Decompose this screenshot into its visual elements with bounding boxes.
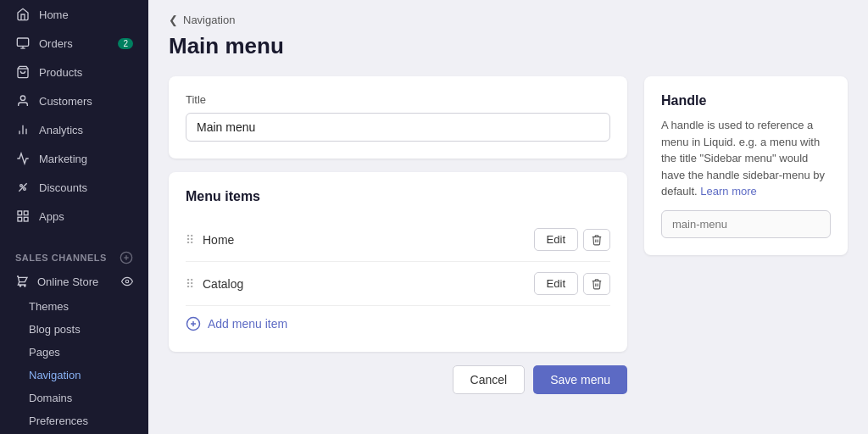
sidebar-item-label: Orders bbox=[39, 37, 73, 50]
trash-icon bbox=[591, 278, 603, 290]
sidebar-item-products[interactable]: Products bbox=[5, 58, 143, 86]
right-panel: Handle A handle is used to reference a m… bbox=[644, 76, 848, 269]
sidebar-sub-navigation[interactable]: Navigation bbox=[5, 364, 143, 386]
edit-home-button[interactable]: Edit bbox=[534, 228, 578, 251]
sidebar-item-analytics[interactable]: Analytics bbox=[5, 116, 143, 143]
sidebar-item-home[interactable]: Home bbox=[5, 1, 143, 28]
svg-point-18 bbox=[125, 280, 129, 283]
breadcrumb[interactable]: ❮ Navigation bbox=[169, 14, 848, 26]
sidebar-item-label: Home bbox=[39, 8, 69, 21]
handle-card: Handle A handle is used to reference a m… bbox=[644, 76, 848, 255]
sidebar-item-label: Marketing bbox=[39, 153, 87, 165]
sidebar-item-label: Products bbox=[39, 66, 82, 79]
discounts-icon bbox=[15, 180, 31, 195]
sidebar-item-label: Analytics bbox=[39, 124, 83, 136]
analytics-icon bbox=[15, 122, 31, 137]
sidebar-item-apps[interactable]: Apps bbox=[5, 203, 143, 230]
title-card: Title bbox=[169, 76, 627, 159]
menu-item-actions: Edit bbox=[534, 228, 610, 251]
sidebar-sub-pages[interactable]: Pages bbox=[5, 342, 143, 363]
online-store-label: Online Store bbox=[37, 275, 98, 288]
sidebar-item-discounts[interactable]: Discounts bbox=[5, 174, 143, 201]
add-icon bbox=[186, 316, 201, 331]
add-menu-item-label: Add menu item bbox=[208, 317, 287, 331]
svg-rect-11 bbox=[18, 211, 22, 215]
sidebar-item-label: Discounts bbox=[39, 181, 87, 194]
eye-icon[interactable] bbox=[121, 275, 133, 287]
svg-point-4 bbox=[20, 96, 25, 100]
menu-item-name: Home bbox=[203, 233, 534, 247]
sidebar-sub-themes[interactable]: Themes bbox=[5, 296, 143, 317]
sidebar-item-customers[interactable]: Customers bbox=[5, 87, 143, 114]
orders-badge: 2 bbox=[118, 38, 133, 49]
svg-rect-13 bbox=[18, 217, 22, 221]
svg-point-8 bbox=[20, 185, 23, 187]
sidebar-item-label: Customers bbox=[39, 95, 92, 108]
cancel-button[interactable]: Cancel bbox=[453, 365, 526, 394]
breadcrumb-chevron: ❮ bbox=[169, 14, 178, 26]
sidebar-sub-domains[interactable]: Domains bbox=[5, 387, 143, 409]
online-store-icon bbox=[15, 275, 29, 288]
left-panel: Title Menu items ⠿ Home Edit bbox=[169, 76, 627, 394]
svg-point-9 bbox=[24, 188, 26, 191]
handle-input[interactable] bbox=[661, 210, 831, 238]
breadcrumb-label: Navigation bbox=[183, 14, 235, 26]
sidebar-item-orders[interactable]: Orders 2 bbox=[5, 30, 143, 57]
table-row: ⠿ Home Edit bbox=[186, 218, 610, 262]
delete-catalog-button[interactable] bbox=[583, 273, 610, 295]
sidebar-item-marketing[interactable]: Marketing bbox=[5, 145, 143, 172]
sidebar-sub-blog-posts[interactable]: Blog posts bbox=[5, 319, 143, 340]
marketing-icon bbox=[15, 151, 31, 166]
title-input[interactable] bbox=[186, 113, 610, 142]
footer-actions: Cancel Save menu bbox=[169, 365, 627, 394]
handle-description: A handle is used to reference a menu in … bbox=[661, 117, 831, 200]
add-menu-item-button[interactable]: Add menu item bbox=[186, 306, 610, 335]
svg-rect-12 bbox=[24, 211, 28, 215]
home-icon bbox=[15, 7, 31, 22]
sidebar: Home Orders 2 Products bbox=[0, 0, 148, 434]
learn-more-link[interactable]: Learn more bbox=[700, 185, 756, 198]
title-label: Title bbox=[186, 93, 610, 106]
sidebar-item-label: Apps bbox=[39, 210, 64, 223]
handle-title: Handle bbox=[661, 93, 831, 108]
main-content: ❮ Navigation Main menu Title Menu items … bbox=[148, 0, 868, 434]
save-menu-button[interactable]: Save menu bbox=[533, 365, 627, 394]
customers-icon bbox=[15, 93, 31, 108]
menu-item-actions: Edit bbox=[534, 272, 610, 295]
edit-catalog-button[interactable]: Edit bbox=[534, 272, 578, 295]
menu-items-title: Menu items bbox=[186, 189, 610, 204]
delete-home-button[interactable] bbox=[583, 229, 610, 251]
sales-channels-section: SALES CHANNELS bbox=[0, 241, 148, 268]
svg-rect-14 bbox=[24, 217, 28, 221]
sidebar-sub-preferences[interactable]: Preferences bbox=[5, 410, 143, 431]
sidebar-item-online-store[interactable]: Online Store bbox=[5, 269, 143, 294]
products-icon bbox=[15, 64, 31, 80]
orders-icon bbox=[15, 36, 31, 51]
apps-icon bbox=[15, 209, 31, 224]
table-row: ⠿ Catalog Edit bbox=[186, 262, 610, 306]
content-area: Title Menu items ⠿ Home Edit bbox=[169, 76, 848, 394]
drag-handle-icon[interactable]: ⠿ bbox=[186, 277, 194, 291]
menu-items-card: Menu items ⠿ Home Edit bbox=[169, 172, 627, 352]
menu-item-name: Catalog bbox=[203, 277, 534, 291]
trash-icon bbox=[591, 234, 603, 246]
drag-handle-icon[interactable]: ⠿ bbox=[186, 233, 194, 247]
svg-rect-0 bbox=[17, 38, 28, 46]
add-sales-channel-icon[interactable] bbox=[120, 251, 133, 264]
page-title: Main menu bbox=[169, 33, 848, 59]
